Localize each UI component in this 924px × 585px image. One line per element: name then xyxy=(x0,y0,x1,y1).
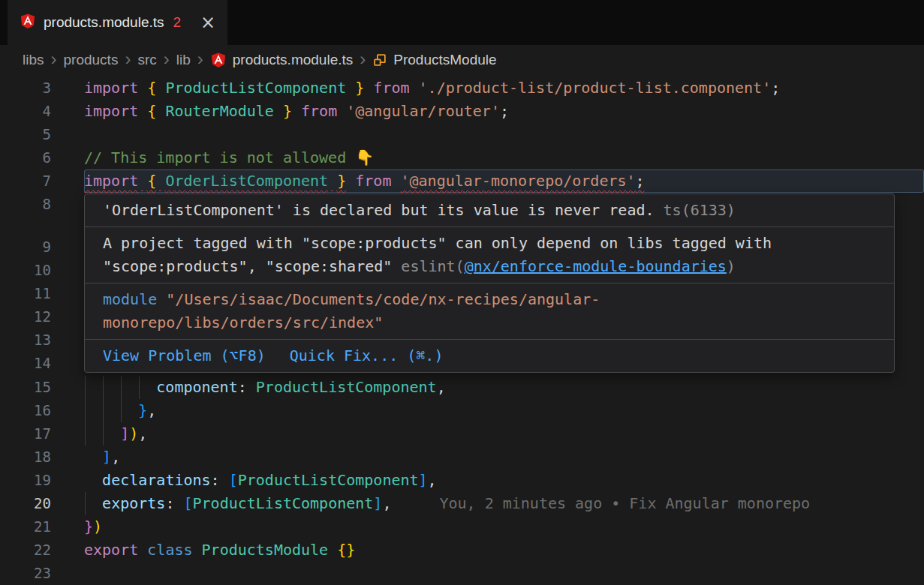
code-line-7[interactable]: 7import { OrderListComponent } from '@an… xyxy=(0,170,924,193)
indent-guide xyxy=(139,376,140,399)
code-content: component: ProductListComponent, xyxy=(84,376,924,399)
breadcrumb-item-label: libs xyxy=(23,52,44,68)
ts-diagnostic-code: ts(6133) xyxy=(664,201,736,219)
breadcrumb-item-products[interactable]: products xyxy=(64,52,119,68)
quick-fix-action[interactable]: Quick Fix... (⌘.) xyxy=(290,344,444,368)
breadcrumb-item-label: products.module.ts xyxy=(233,52,354,68)
code-content: // This import is not allowed 👇 xyxy=(84,146,924,170)
code-content: }, xyxy=(84,399,924,422)
breadcrumb-item-products-module-ts[interactable]: products.module.ts xyxy=(210,52,354,68)
hover-popup: 'OrderListComponent' is declared but its… xyxy=(84,194,895,373)
indent-guide xyxy=(103,422,104,446)
breadcrumb-item-src[interactable]: src xyxy=(137,52,156,68)
git-blame-annotation: You, 2 minutes ago • Fix Angular monorep… xyxy=(439,494,810,512)
code-content: }) xyxy=(84,515,924,538)
code-editor[interactable]: 3import { ProductListComponent } from '.… xyxy=(0,75,924,585)
view-problem-action[interactable]: View Problem (⌥F8) xyxy=(103,344,266,368)
code-content: import { OrderListComponent } from '@ang… xyxy=(84,170,924,193)
indent-guide xyxy=(121,376,122,399)
breadcrumb-item-label: products xyxy=(64,52,119,68)
code-lines-bottom: 15 component: ProductListComponent,16 },… xyxy=(0,376,924,585)
code-content: declarations: [ProductListComponent], xyxy=(84,469,924,492)
line-number: 5 xyxy=(0,123,51,146)
line-number: 22 xyxy=(0,538,51,562)
class-symbol-icon xyxy=(372,52,387,68)
ts-diagnostic-message: 'OrderListComponent' is declared but its… xyxy=(103,201,655,219)
line-number: 6 xyxy=(0,146,51,170)
line-number: 11 xyxy=(0,282,51,305)
tab-problem-count-badge: 2 xyxy=(173,14,182,31)
line-number: 17 xyxy=(0,422,51,446)
code-content xyxy=(84,123,924,146)
code-content: ]), xyxy=(84,422,924,446)
angular-icon xyxy=(210,52,227,68)
code-line-4[interactable]: 4import { RouterModule } from '@angular/… xyxy=(0,100,924,123)
code-line-16[interactable]: 16 }, xyxy=(0,399,924,422)
eslint-diagnostic: A project tagged with "scope:products" c… xyxy=(85,227,894,284)
line-number: 7 xyxy=(0,170,51,193)
code-content xyxy=(84,562,924,585)
code-line-20[interactable]: 20 exports: [ProductListComponent],You, … xyxy=(0,492,924,515)
code-line-21[interactable]: 21}) xyxy=(0,515,924,538)
line-number: 9 xyxy=(0,236,51,259)
code-content: import { RouterModule } from '@angular/r… xyxy=(84,100,924,123)
indent-guide xyxy=(85,492,86,515)
close-tab-icon[interactable]: × xyxy=(200,14,215,32)
breadcrumb-item-label: src xyxy=(137,52,156,68)
eslint-source-prefix: eslint( xyxy=(401,257,464,275)
line-number: 14 xyxy=(0,352,51,375)
code-line-22[interactable]: 22export class ProductsModule {} xyxy=(0,538,924,562)
tab-title: products.module.ts xyxy=(44,14,164,31)
code-content: export class ProductsModule {} xyxy=(84,538,924,562)
line-number: 4 xyxy=(0,100,51,123)
line-number: 23 xyxy=(0,562,51,585)
breadcrumb-item-libs[interactable]: libs xyxy=(23,52,44,68)
line-number: 13 xyxy=(0,328,51,352)
module-keyword: module xyxy=(103,290,157,308)
indent-guide xyxy=(121,399,122,422)
eslint-source-suffix: ) xyxy=(727,257,736,275)
code-line-17[interactable]: 17 ]), xyxy=(0,422,924,446)
indent-guide xyxy=(85,399,86,422)
code-line-5[interactable]: 5 xyxy=(0,123,924,146)
editor-tab-products-module[interactable]: products.module.ts 2 × xyxy=(8,0,227,45)
module-info: module "/Users/isaac/Documents/code/nx-r… xyxy=(85,284,894,340)
code-line-18[interactable]: 18 ], xyxy=(0,446,924,469)
line-number: 21 xyxy=(0,515,51,538)
hover-region: 891011121314 'OrderListComponent' is dec… xyxy=(0,193,924,376)
code-line-15[interactable]: 15 component: ProductListComponent, xyxy=(0,376,924,399)
line-number: 8 xyxy=(0,193,51,216)
code-line-23[interactable]: 23 xyxy=(0,562,924,585)
code-content: exports: [ProductListComponent],You, 2 m… xyxy=(84,492,924,515)
chevron-right-icon: › xyxy=(164,50,170,70)
breadcrumb: libs›products›src›lib› products.module.t… xyxy=(0,45,924,75)
line-number: 3 xyxy=(0,76,51,100)
indent-guide xyxy=(85,376,86,399)
code-content: ], xyxy=(84,446,924,469)
breadcrumb-item-productsmodule[interactable]: ProductsModule xyxy=(372,52,496,68)
angular-icon xyxy=(20,13,36,29)
line-number: 16 xyxy=(0,399,51,422)
ts-diagnostic: 'OrderListComponent' is declared but its… xyxy=(85,194,894,227)
breadcrumb-item-label: ProductsModule xyxy=(393,52,496,68)
chevron-right-icon: › xyxy=(360,50,366,70)
tab-bar: products.module.ts 2 × xyxy=(0,0,924,45)
chevron-right-icon: › xyxy=(197,50,203,70)
line-number: 15 xyxy=(0,376,51,399)
chevron-right-icon: › xyxy=(51,50,57,70)
line-number: 18 xyxy=(0,446,51,469)
code-line-19[interactable]: 19 declarations: [ProductListComponent], xyxy=(0,469,924,492)
line-number: 10 xyxy=(0,259,51,282)
hover-gutter: 891011121314 xyxy=(0,193,51,376)
code-line-3[interactable]: 3import { ProductListComponent } from '.… xyxy=(0,76,924,100)
indent-guide xyxy=(103,399,104,422)
module-path: "/Users/isaac/Documents/code/nx-recipes/… xyxy=(103,290,600,332)
hover-actions: View Problem (⌥F8) Quick Fix... (⌘.) xyxy=(85,340,894,372)
line-number: 19 xyxy=(0,469,51,492)
breadcrumb-item-lib[interactable]: lib xyxy=(176,52,191,68)
breadcrumb-item-label: lib xyxy=(176,52,191,68)
code-line-6[interactable]: 6// This import is not allowed 👇 xyxy=(0,146,924,170)
line-number: 12 xyxy=(0,305,51,328)
indent-guide xyxy=(85,422,86,446)
eslint-rule-link[interactable]: @nx/enforce-module-boundaries xyxy=(465,257,727,275)
